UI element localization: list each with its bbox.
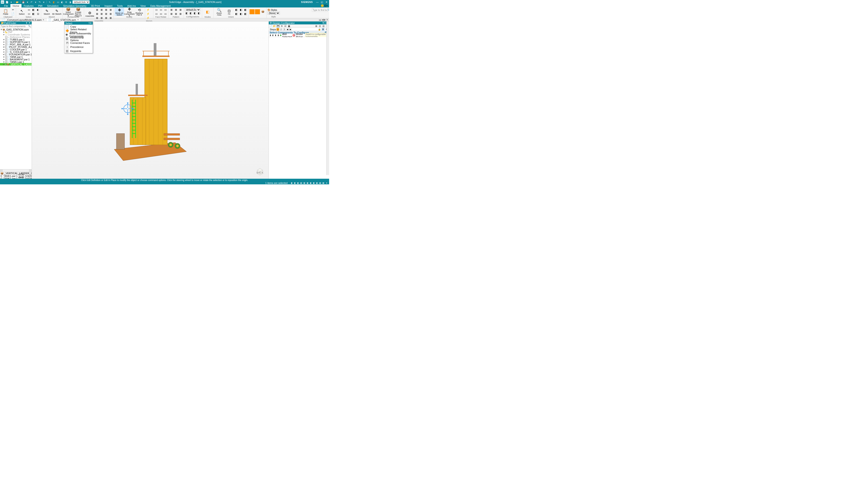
- config-tool-icon[interactable]: ◧: [189, 11, 193, 15]
- context-menu-item[interactable]: ⊡Keypoints: [64, 49, 93, 53]
- view-icon[interactable]: ◐: [60, 0, 64, 4]
- lock-icon[interactable]: 🔒: [318, 28, 321, 31]
- pattern-tool-icon[interactable]: ⊞: [179, 8, 183, 12]
- search-icon[interactable]: 🔍: [327, 8, 329, 11]
- motor-icon[interactable]: ⚡: [146, 16, 150, 20]
- wireframe-icon[interactable]: ▭: [56, 0, 59, 4]
- checkbox-icon[interactable]: ✓: [5, 36, 7, 38]
- close-icon[interactable]: ✕: [42, 19, 44, 21]
- context-menu-item[interactable]: ☰Relationship Options: [64, 37, 93, 41]
- menu-tools[interactable]: Tools: [115, 4, 125, 7]
- sketch-button[interactable]: ✎Sketch: [42, 8, 52, 16]
- help-icon[interactable]: ?: [327, 4, 328, 7]
- menu-file[interactable]: File: [2, 4, 10, 7]
- pattern-tool-icon[interactable]: ⊞: [169, 12, 174, 16]
- redo-icon[interactable]: ↷: [38, 0, 41, 4]
- search-input[interactable]: [312, 8, 328, 12]
- sb-icon[interactable]: ◧: [297, 182, 300, 184]
- dc-tool-icon[interactable]: 📄: [269, 24, 272, 28]
- mode-button[interactable]: ◧: [203, 8, 213, 16]
- menu-datamgmt[interactable]: Data Management: [148, 4, 173, 7]
- view-cube[interactable]: BACK: [256, 167, 264, 175]
- pattern-tool-icon[interactable]: ⊞: [174, 8, 178, 12]
- move-on-select-button[interactable]: ✥Move on Select: [115, 8, 124, 16]
- styles-icon[interactable]: 🎨: [268, 8, 271, 11]
- orient-tool-icon[interactable]: ◧: [239, 12, 243, 16]
- create-part-button[interactable]: 📦Create Part In-Place ▾: [73, 8, 83, 16]
- relation-row[interactable]: ⊏TANK1.par:1(0.00 mm)(V42058): [0, 175, 32, 177]
- step-2[interactable]: 2: [280, 28, 282, 31]
- face-tool-icon[interactable]: ▭: [154, 12, 158, 16]
- checkbox-icon[interactable]: ✓: [5, 43, 7, 45]
- replace-part-button[interactable]: ⟲Replace Part ▾: [134, 8, 144, 16]
- close-icon[interactable]: ✕: [77, 19, 79, 21]
- orient-tool-icon[interactable]: ◧: [243, 8, 248, 12]
- checkbox-icon[interactable]: ✓: [5, 56, 7, 58]
- copy-icon[interactable]: 📄: [11, 12, 15, 16]
- filter-icon[interactable]: ⬍: [277, 34, 279, 37]
- checkbox-icon[interactable]: ✓: [5, 46, 6, 48]
- paste-button[interactable]: 📋Paste: [1, 8, 10, 16]
- drag-component-button[interactable]: ✥Drag Component ▾: [125, 8, 134, 16]
- config-combo[interactable]: default,Solid Edge: [185, 8, 200, 11]
- assemble-tool-icon[interactable]: ⊞: [99, 8, 103, 12]
- checkbox-icon[interactable]: ✓: [5, 53, 6, 55]
- undo-icon[interactable]: ↶: [30, 0, 33, 4]
- orient-tool-icon[interactable]: ◧: [235, 8, 239, 12]
- minimize-button[interactable]: —: [315, 0, 319, 4]
- orient-tool-icon[interactable]: ◧: [235, 12, 239, 16]
- shaded-icon[interactable]: ◧: [52, 0, 55, 4]
- tree-item[interactable]: ▸✓📄PDIT_808_A.par:1: [0, 43, 32, 46]
- face-tool-icon[interactable]: ▭: [163, 12, 167, 16]
- assemble-tool-icon[interactable]: ⊞: [99, 16, 103, 20]
- color-icon[interactable]: [250, 9, 254, 14]
- checkbox-icon[interactable]: ✓: [5, 61, 7, 63]
- toggle-icon[interactable]: ◑: [68, 0, 72, 4]
- dropdown-icon[interactable]: ▾: [9, 0, 13, 4]
- pattern-tool-icon[interactable]: ⊞: [169, 8, 174, 12]
- rotate-icon[interactable]: ⟲: [64, 0, 68, 4]
- expand-icon[interactable]: ⊞: [321, 28, 324, 31]
- restore-button[interactable]: ◱: [320, 0, 324, 4]
- tree-item[interactable]: ▸✓📦_VERTICAL_LADDER_2024.asm:: [0, 63, 32, 66]
- doc-tab[interactable]: 📄_GAS_STATION.asm✕: [46, 18, 81, 21]
- find-input[interactable]: [0, 25, 31, 28]
- context-menu-item[interactable]: ⊓Connected Faces: [64, 41, 93, 45]
- save-icon[interactable]: 💾: [22, 0, 25, 4]
- assemble-tool-icon[interactable]: ⊞: [104, 8, 108, 12]
- tab-nav-prev-icon[interactable]: ◀: [322, 18, 323, 21]
- sb-icon[interactable]: ◧: [303, 182, 306, 184]
- assemble-tool-icon[interactable]: ⊞: [95, 16, 99, 20]
- menu-simgeom[interactable]: Simulation Geometry: [61, 4, 89, 7]
- menu-home[interactable]: Home: [10, 4, 22, 7]
- motor-icon[interactable]: ⚡: [146, 12, 150, 16]
- menu-features[interactable]: Features: [22, 4, 36, 7]
- tree-item[interactable]: ▸✓📄S_COOLER.par:1: [0, 51, 32, 53]
- face-tool-icon[interactable]: ▭: [154, 8, 158, 12]
- tree-item[interactable]: ▸✓📄TANK1.par:1: [0, 61, 32, 63]
- close-button[interactable]: ✕: [324, 0, 328, 4]
- style-combo[interactable]: default,Solid Edge: [72, 0, 90, 4]
- zoom-area-button[interactable]: 🔍Zoom Area: [215, 8, 224, 16]
- close-icon[interactable]: ✕: [90, 22, 92, 25]
- sketch3d-button[interactable]: ✎3D Sketch: [52, 8, 61, 16]
- sb-icon[interactable]: ◧: [290, 182, 293, 184]
- assemble-button[interactable]: ⚙Assemble: [85, 10, 94, 18]
- assemble-tool-icon[interactable]: ⊞: [108, 12, 113, 16]
- face-tool-icon[interactable]: ▭: [159, 12, 163, 16]
- feedback-sad-icon[interactable]: ☹: [324, 4, 327, 7]
- insert-component-button[interactable]: 📦Insert Component ▾: [64, 8, 73, 16]
- menu-simulation[interactable]: Simulation: [45, 4, 61, 7]
- menu-pmi[interactable]: PMI: [36, 4, 45, 7]
- select-tool-icon[interactable]: ⊡: [36, 12, 40, 16]
- menu-inspect[interactable]: Inspect: [102, 4, 115, 7]
- dc-tool-icon[interactable]: ⊟: [322, 24, 325, 28]
- assemble-tool-icon[interactable]: ⊞: [95, 12, 99, 16]
- select-icon[interactable]: ↖: [48, 0, 51, 4]
- context-menu-item[interactable]: ↕Precedence: [64, 45, 93, 49]
- face-tool-icon[interactable]: ▭: [163, 8, 167, 12]
- assemble-tool-icon[interactable]: ⊞: [104, 12, 108, 16]
- pattern-tool-icon[interactable]: ⊞: [174, 12, 178, 16]
- face-tool-icon[interactable]: ▭: [159, 8, 163, 12]
- color-icon[interactable]: [255, 9, 260, 14]
